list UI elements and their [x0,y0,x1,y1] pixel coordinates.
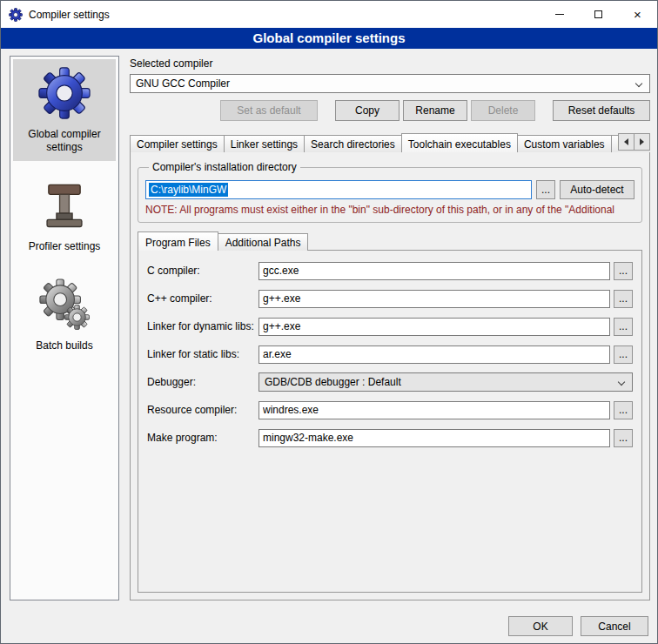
banner-title: Global compiler settings [1,28,657,49]
toolchain-executables-panel: Compiler's installation directory C:\ray… [130,151,650,600]
program-files-panel: C compiler: ... C++ compiler: ... [138,250,642,593]
field-row-linker-static: Linker for static libs: ... [147,345,633,364]
tab-search-directories[interactable]: Search directories [304,135,402,152]
installation-directory-group: Compiler's installation directory C:\ray… [138,161,642,223]
tab-toolchain-executables[interactable]: Toolchain executables [401,133,518,152]
field-row-debugger: Debugger: GDB/CDB debugger : Default [147,372,633,392]
cpp-compiler-input[interactable] [258,290,610,308]
sidebar-item-batch-builds[interactable]: Batch builds [13,271,116,359]
close-icon: × [634,8,641,21]
tab-scroll-left-button[interactable] [618,133,634,151]
compiler-select-value: GNU GCC Compiler [136,77,230,90]
installation-directory-group-title: Compiler's installation directory [149,161,300,173]
main-area: Selected compiler GNU GCC Compiler Set a… [130,56,650,600]
profiler-tool-icon [39,178,90,232]
field-row-c-compiler: C compiler: ... [147,261,633,280]
field-row-linker-dynamic: Linker for dynamic libs: ... [147,317,633,336]
cpp-compiler-label: C++ compiler: [147,292,258,305]
chevron-down-icon [635,79,642,86]
resource-compiler-label: Resource compiler: [147,404,258,416]
install-dir-input[interactable]: C:\raylib\MinGW [145,180,532,199]
compiler-buttons-row: Set as default Copy Rename Delete Reset … [130,100,650,121]
maximize-button[interactable] [579,1,618,28]
tabs: Compiler settings Linker settings Search… [130,133,650,152]
arrow-right-icon [640,138,644,145]
copy-button[interactable]: Copy [335,100,400,121]
settings-sidebar: Global compiler settings Profiler settin… [10,56,119,600]
subtab-additional-paths[interactable]: Additional Paths [218,233,309,251]
tab-scroll-right-button[interactable] [634,133,650,151]
linker-static-input[interactable] [258,345,610,364]
field-row-make-program: Make program: ... [147,428,633,447]
linker-dynamic-label: Linker for dynamic libs: [147,320,258,332]
installation-directory-row: C:\raylib\MinGW ... Auto-detect [145,180,634,199]
blue-gear-icon [37,66,91,120]
debugger-select[interactable]: GDB/CDB debugger : Default [258,372,633,392]
delete-button[interactable]: Delete [471,100,535,121]
make-program-input[interactable] [258,429,610,447]
selected-compiler-label: Selected compiler [130,57,650,70]
resource-compiler-input[interactable] [258,401,610,419]
cancel-button[interactable]: Cancel [581,616,648,636]
browse-make-program-button[interactable]: ... [614,429,633,447]
tab-strip: Compiler settings Linker settings Search… [130,133,650,152]
sidebar-item-label: Global compiler settings [16,128,113,154]
tab-compiler-settings[interactable]: Compiler settings [130,135,225,152]
ok-button[interactable]: OK [508,616,573,636]
maximize-icon [594,10,602,18]
tab-custom-variables[interactable]: Custom variables [517,135,612,152]
linker-static-label: Linker for static libs: [147,348,258,360]
minimize-button[interactable] [540,1,579,28]
dialog-footer: OK Cancel [508,616,648,636]
dialog-body: Global compiler settings Profiler settin… [1,49,657,600]
window-title: Compiler settings [29,9,110,21]
gray-gears-icon [37,278,91,332]
sidebar-item-global-compiler-settings[interactable]: Global compiler settings [13,59,116,161]
browse-cpp-compiler-button[interactable]: ... [614,290,633,308]
compiler-settings-window: Compiler settings × Global compiler sett… [0,0,658,644]
browse-c-compiler-button[interactable]: ... [614,262,633,280]
close-button[interactable]: × [618,1,657,28]
rename-button[interactable]: Rename [403,100,467,121]
sidebar-item-label: Batch builds [36,339,92,352]
chevron-down-icon [618,379,625,386]
browse-install-dir-button[interactable]: ... [536,180,555,199]
c-compiler-label: C compiler: [147,265,258,277]
reset-defaults-button[interactable]: Reset defaults [553,100,650,121]
linker-dynamic-input[interactable] [258,318,610,336]
tab-linker-settings[interactable]: Linker settings [224,135,305,152]
sidebar-item-label: Profiler settings [29,240,101,253]
c-compiler-input[interactable] [258,262,610,280]
install-dir-selected-text: C:\raylib\MinGW [149,183,228,197]
set-as-default-button[interactable]: Set as default [220,100,318,121]
sub-tab-strip: Program Files Additional Paths [138,231,642,251]
minimize-icon [555,14,564,15]
make-program-label: Make program: [147,432,258,444]
app-gear-icon [9,8,23,22]
field-row-resource-compiler: Resource compiler: ... [147,400,633,419]
debugger-label: Debugger: [147,376,258,388]
compiler-select[interactable]: GNU GCC Compiler [130,74,650,93]
arrow-left-icon [624,138,628,145]
sidebar-item-profiler-settings[interactable]: Profiler settings [13,171,116,260]
debugger-select-value: GDB/CDB debugger : Default [265,376,401,388]
browse-linker-static-button[interactable]: ... [614,345,633,364]
autodetect-button[interactable]: Auto-detect [560,180,634,199]
field-row-cpp-compiler: C++ compiler: ... [147,289,633,308]
subtab-program-files[interactable]: Program Files [138,231,218,251]
tab-scroll-buttons [619,133,650,151]
browse-linker-dynamic-button[interactable]: ... [614,318,633,336]
note-text: NOTE: All programs must exist either in … [145,204,634,216]
title-bar: Compiler settings × [1,1,657,28]
browse-resource-compiler-button[interactable]: ... [614,401,633,419]
